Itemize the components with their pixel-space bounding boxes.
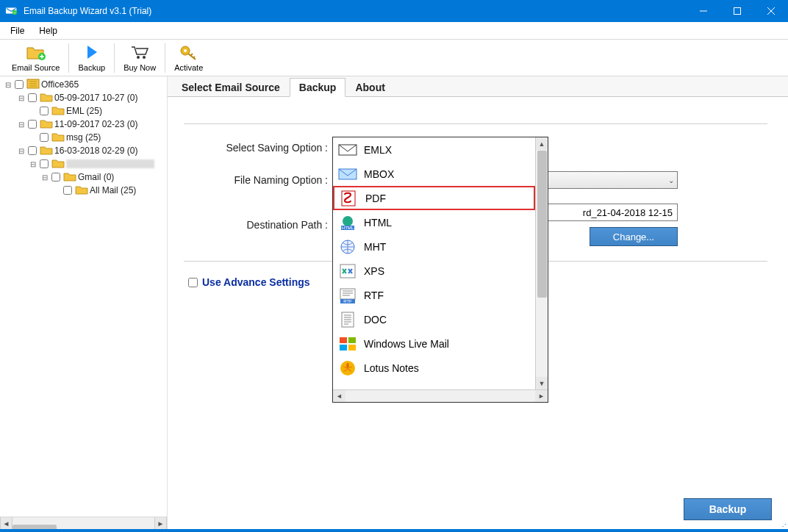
collapse-icon[interactable]: ⊟ <box>18 121 25 128</box>
app-icon <box>6 7 18 15</box>
option-label: RTF <box>364 290 384 301</box>
emlx-icon <box>337 141 358 159</box>
dropdown-option-html[interactable]: HTMLHTML <box>333 210 535 234</box>
toolbar: Email Source Backup Buy Now Activate <box>0 40 788 76</box>
option-label: HTML <box>364 217 392 229</box>
tree-checkbox[interactable] <box>40 159 49 168</box>
dropdown-option-lotus[interactable]: Lotus Notes <box>333 356 535 380</box>
option-label: MHT <box>364 241 386 253</box>
lotus-icon <box>337 359 358 377</box>
tree-item[interactable]: EML (25) <box>4 104 167 118</box>
close-button[interactable] <box>754 0 788 22</box>
minimize-button[interactable] <box>687 0 720 22</box>
dropdown-vertical-scrollbar[interactable]: ▲ ▼ <box>535 137 548 389</box>
scroll-thumb[interactable] <box>537 151 547 298</box>
scroll-left-icon[interactable]: ◄ <box>333 390 345 402</box>
folder-icon <box>63 171 76 184</box>
dropdown-horizontal-scrollbar[interactable]: ◄ ► <box>333 389 548 402</box>
tree-checkbox[interactable] <box>51 173 60 181</box>
advance-settings-label: Use Advance Settings <box>202 276 310 288</box>
folder-icon <box>51 105 65 118</box>
tree-checkbox[interactable] <box>40 107 49 115</box>
collapse-icon[interactable]: ⊟ <box>4 81 12 88</box>
tree-item[interactable]: ⊟05-09-2017 10-27 (0) <box>4 91 167 104</box>
tree-item[interactable]: ⊟11-09-2017 02-23 (0) <box>4 118 167 131</box>
toolbar-backup[interactable]: Backup <box>71 43 112 73</box>
tree-checkbox[interactable] <box>15 80 24 89</box>
scroll-left-icon[interactable]: ◄ <box>0 517 12 530</box>
tree-horizontal-scrollbar[interactable]: ◄ ► <box>0 517 167 529</box>
expander-spacer <box>29 134 37 141</box>
dropdown-option-rtf[interactable]: RTFRTF <box>333 283 535 307</box>
tab-select-email-source[interactable]: Select Email Source <box>172 78 290 97</box>
status-bar <box>0 529 788 532</box>
tree-item[interactable]: All Mail (25) <box>4 184 167 197</box>
tree-checkbox[interactable] <box>28 120 37 129</box>
toolbar-buy-now[interactable]: Buy Now <box>116 43 163 73</box>
tree-label: Gmail (0) <box>78 172 114 182</box>
dropdown-option-xps[interactable]: XPS <box>333 259 535 283</box>
svg-rect-20 <box>340 289 355 299</box>
html-icon: HTML <box>337 214 358 231</box>
tree-checkbox[interactable] <box>28 93 37 102</box>
svg-point-15 <box>343 216 353 226</box>
toolbar-email-source[interactable]: Email Source <box>4 43 67 73</box>
cart-icon <box>129 44 150 62</box>
folder-icon <box>51 158 65 170</box>
scroll-right-icon[interactable]: ► <box>535 390 548 402</box>
tree-label: EML (25) <box>66 106 102 116</box>
tree-root[interactable]: ⊟ Office365 <box>4 78 167 91</box>
toolbar-separator <box>68 43 69 73</box>
dropdown-option-mht[interactable]: MHT <box>333 234 535 259</box>
saving-option-label: Select Saving Option : <box>185 142 332 154</box>
change-button[interactable]: Change... <box>590 227 678 246</box>
svg-rect-26 <box>340 345 347 351</box>
tree-item[interactable]: ⊟ <box>4 157 167 170</box>
toolbar-separator <box>114 43 115 73</box>
tree-item[interactable]: ⊟16-03-2018 02-29 (0) <box>4 144 167 157</box>
naming-option-label: File Naming Option : <box>185 174 332 186</box>
tree-label: msg (25) <box>66 132 101 143</box>
tab-backup[interactable]: Backup <box>290 78 346 97</box>
tree-checkbox[interactable] <box>40 133 49 142</box>
tree-item[interactable]: ⊟Gmail (0) <box>4 170 167 184</box>
title-bar: Email Backup Wizard v3.1 (Trial) <box>0 0 788 22</box>
tree-label: Office365 <box>41 79 79 90</box>
maximize-button[interactable] <box>720 0 754 22</box>
scroll-right-icon[interactable]: ► <box>154 517 167 530</box>
resize-grip-icon[interactable]: ⋰ <box>779 522 787 531</box>
folder-icon <box>51 132 65 144</box>
folder-tree[interactable]: ⊟ Office365 ⊟05-09-2017 10-27 (0)EML (25… <box>0 76 167 517</box>
option-label: EMLX <box>364 144 392 156</box>
svg-point-10 <box>184 49 187 52</box>
dropdown-option-wlm[interactable]: Windows Live Mail <box>333 331 535 356</box>
collapse-icon[interactable]: ⊟ <box>29 160 37 168</box>
svg-text:RTF: RTF <box>343 299 352 303</box>
toolbar-activate[interactable]: Activate <box>167 43 210 73</box>
scroll-down-icon[interactable]: ▼ <box>536 377 548 389</box>
advance-settings-checkbox[interactable] <box>188 278 198 287</box>
option-label: PDF <box>365 193 386 204</box>
tab-about[interactable]: About <box>345 78 394 97</box>
dropdown-option-emlx[interactable]: EMLX <box>333 137 535 162</box>
collapse-icon[interactable]: ⊟ <box>18 94 25 101</box>
dropdown-option-doc[interactable]: DOC <box>333 307 535 331</box>
wlm-icon <box>337 335 358 353</box>
backup-button[interactable]: Backup <box>684 498 772 520</box>
tree-checkbox[interactable] <box>63 186 72 195</box>
dropdown-option-mbox[interactable]: MBOX <box>333 162 535 186</box>
saving-option-dropdown[interactable]: EMLXMBOXPDFHTMLHTMLMHTXPSRTFRTFDOCWindow… <box>332 137 548 403</box>
folder-icon <box>40 118 53 131</box>
tree-checkbox[interactable] <box>28 146 37 155</box>
collapse-icon[interactable]: ⊟ <box>41 173 49 181</box>
key-icon <box>179 44 199 62</box>
option-label: Lotus Notes <box>364 362 419 374</box>
svg-rect-3 <box>734 8 741 15</box>
collapse-icon[interactable]: ⊟ <box>18 147 25 154</box>
dropdown-option-pdf[interactable]: PDF <box>333 186 535 210</box>
menu-file[interactable]: File <box>3 22 32 39</box>
tree-label: 16-03-2018 02-29 (0) <box>54 145 137 156</box>
menu-help[interactable]: Help <box>32 22 65 39</box>
scroll-up-icon[interactable]: ▲ <box>536 137 548 150</box>
tree-item[interactable]: msg (25) <box>4 131 167 144</box>
